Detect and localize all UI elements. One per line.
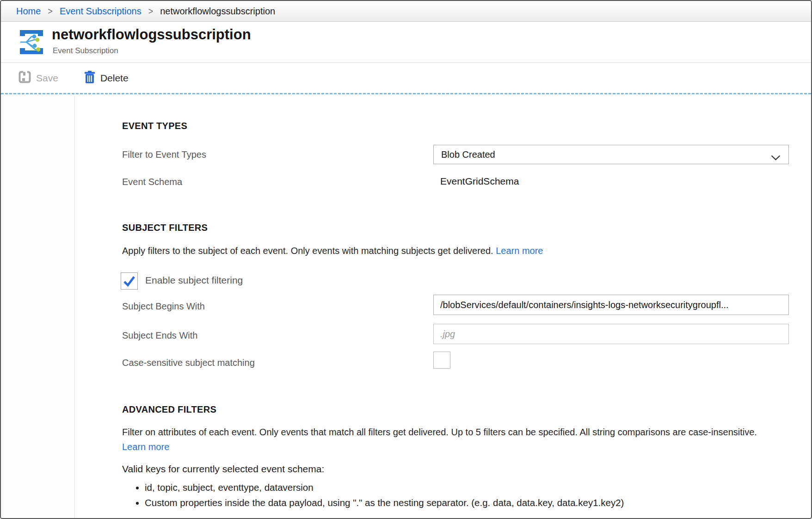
left-rail	[1, 96, 75, 518]
trash-icon	[84, 71, 95, 86]
valid-keys-list: id, topic, subject, eventtype, dataversi…	[122, 480, 624, 510]
subject-filters-learn-more-link[interactable]: Learn more	[496, 246, 543, 256]
breadcrumb-current-page: networkflowlogssubscription	[160, 6, 275, 17]
page-header: networkflowlogssubscription Event Subscr…	[1, 22, 811, 63]
valid-keys-item: id, topic, subject, eventtype, dataversi…	[145, 480, 624, 495]
event-subscription-icon	[17, 27, 46, 59]
advanced-filters-description: Filter on attributes of each event. Only…	[122, 425, 776, 454]
advanced-filters-heading: ADVANCED FILTERS	[122, 404, 216, 415]
breadcrumb: Home > Event Subscriptions > networkflow…	[1, 1, 811, 22]
command-bar: Save Delete	[1, 63, 811, 94]
valid-keys-item: Custom properties inside the data payloa…	[145, 495, 624, 510]
case-sensitive-label: Case-sensitive subject matching	[122, 358, 255, 368]
valid-keys-heading: Valid keys for currently selected event …	[122, 463, 324, 475]
event-schema-value: EventGridSchema	[440, 176, 519, 187]
event-types-dropdown-value: Blob Created	[441, 149, 495, 160]
event-types-heading: EVENT TYPES	[122, 121, 187, 131]
event-schema-label: Event Schema	[122, 177, 182, 187]
save-floppy-icon	[18, 71, 31, 86]
breadcrumb-separator-icon: >	[148, 6, 154, 17]
save-button-label: Save	[36, 73, 58, 84]
subject-filters-heading: SUBJECT FILTERS	[122, 222, 208, 233]
event-subscription-page: Home > Event Subscriptions > networkflow…	[0, 0, 812, 519]
page-title: networkflowlogssubscription	[52, 26, 251, 43]
delete-button[interactable]: Delete	[84, 71, 129, 86]
chevron-down-icon	[771, 152, 781, 163]
breadcrumb-home[interactable]: Home	[16, 6, 41, 17]
advanced-filters-description-text: Filter on attributes of each event. Only…	[122, 427, 757, 437]
advanced-filters-learn-more-link[interactable]: Learn more	[122, 442, 169, 452]
subject-begins-with-input[interactable]	[433, 295, 789, 315]
delete-button-label: Delete	[100, 73, 129, 84]
save-button[interactable]: Save	[18, 71, 58, 86]
breadcrumb-separator-icon: >	[48, 6, 53, 17]
enable-subject-filtering-checkbox[interactable]	[121, 272, 138, 290]
subject-ends-with-label: Subject Ends With	[122, 330, 197, 341]
subject-begins-with-label: Subject Begins With	[122, 301, 205, 312]
subject-filters-description: Apply filters to the subject of each eve…	[122, 246, 543, 256]
checkmark-icon	[121, 283, 137, 290]
filter-to-event-types-label: Filter to Event Types	[122, 149, 206, 160]
breadcrumb-event-subscriptions[interactable]: Event Subscriptions	[60, 6, 141, 17]
enable-subject-filtering-label: Enable subject filtering	[145, 275, 243, 286]
event-types-dropdown[interactable]: Blob Created	[433, 145, 789, 164]
case-sensitive-checkbox[interactable]	[433, 352, 450, 369]
page-subtitle: Event Subscription	[53, 46, 118, 56]
subject-ends-with-input[interactable]	[433, 324, 789, 344]
subject-filters-description-text: Apply filters to the subject of each eve…	[122, 246, 493, 256]
